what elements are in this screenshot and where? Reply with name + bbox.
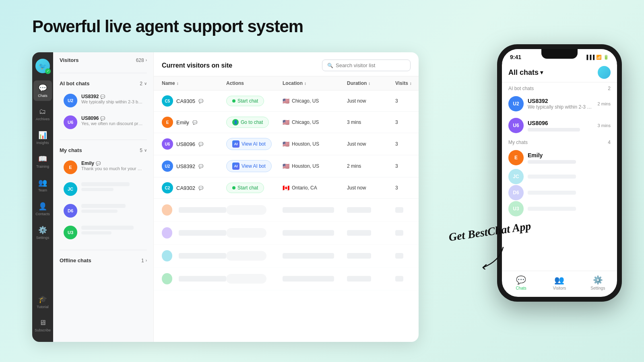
flag-icon: 🇺🇸 xyxy=(283,163,289,169)
view-ai-bot-button[interactable]: AI View AI bot xyxy=(226,160,272,172)
list-item[interactable]: JC xyxy=(60,179,147,199)
blurred-row xyxy=(154,199,419,222)
location-text: Ontario, CA xyxy=(292,185,317,191)
list-item[interactable]: U6 US8096 💬 Yes, we often run discount p… xyxy=(60,112,147,132)
blurred-text xyxy=(81,204,126,208)
phone-chat-name: Emily xyxy=(528,152,611,158)
table-row: U6 US8096 💬 AI View AI bot 🇺🇸 Houston, U… xyxy=(154,133,419,155)
th-visits: Visits ↕ xyxy=(395,80,419,86)
phone-logo-avatar xyxy=(598,66,611,79)
search-input[interactable] xyxy=(336,62,405,68)
th-location: Location ↕ xyxy=(283,80,347,86)
chats-tab-icon: 💬 xyxy=(516,275,526,285)
my-chats-chevron: ∨ xyxy=(144,148,147,152)
list-item[interactable]: D6 xyxy=(60,201,147,221)
signal-icon: ▐▐▐ xyxy=(585,55,594,60)
action-cell: Start chat xyxy=(226,183,283,193)
location-cell: 🇺🇸 Houston, US xyxy=(283,141,347,147)
phone-tab-bar: 💬 Chats 👥 Visitors ⚙️ Settings xyxy=(502,271,617,297)
sidebar-item-insights-label: Insights xyxy=(36,141,49,145)
ai-icon: AI xyxy=(232,140,239,148)
left-panel: Visitors 628 › AI bot chats 2 ∨ U2 xyxy=(53,52,154,342)
ai-bot-section: AI bot chats 2 ∨ U2 US8392 💬 We typicall… xyxy=(53,76,153,137)
chat-name: US8096 💬 xyxy=(81,115,143,121)
avatar: C5 xyxy=(162,95,173,107)
phone-header: All chats ▾ xyxy=(502,63,617,82)
sidebar-item-tutorial[interactable]: 🎓 Tutorial xyxy=(33,292,52,312)
phone-chat-item[interactable]: U6 US8096 3 mins xyxy=(502,115,617,136)
avatar: D6 xyxy=(508,185,524,200)
sidebar-item-subscribe[interactable]: 🖥 Subscribe xyxy=(33,315,52,335)
blurred-text xyxy=(81,188,114,191)
list-item[interactable]: U2 US8392 💬 We typically ship within 2-3… xyxy=(60,90,147,111)
location-cell: 🇺🇸 Chicago, US xyxy=(283,119,347,125)
offline-title: Offline chats xyxy=(60,257,91,263)
avatar: U3 xyxy=(64,226,77,239)
sidebar-item-insights[interactable]: 📊 Insights xyxy=(33,128,52,148)
visitors-section: Visitors 628 › xyxy=(53,52,153,70)
my-chats-count[interactable]: 5 ∨ xyxy=(140,148,147,153)
phone-tab-chats[interactable]: 💬 Chats xyxy=(502,275,540,290)
avatar: JC xyxy=(508,169,524,184)
go-to-chat-button[interactable]: 👤 Go to chat xyxy=(226,117,269,128)
flag-icon: 🇺🇸 xyxy=(283,98,289,104)
phone-tab-settings[interactable]: ⚙️ Settings xyxy=(579,275,617,290)
content-header: Current visitors on site 🔍 xyxy=(154,52,419,76)
visits-cell: 3 xyxy=(395,119,419,125)
blurred-text xyxy=(81,231,111,234)
phone-chat-item[interactable]: E Emily xyxy=(502,147,617,169)
sidebar-item-settings[interactable]: ⚙️ Settings xyxy=(33,222,52,243)
chat-info: Emily 💬 Thank you so much for your purc.… xyxy=(81,160,143,171)
blurred-text xyxy=(528,207,576,211)
message-icon: 💬 xyxy=(192,120,197,125)
sidebar-item-archives[interactable]: 🗂 Archives xyxy=(33,104,52,124)
chat-info xyxy=(81,204,143,213)
status-time: 9:41 xyxy=(510,54,521,60)
list-item[interactable]: U3 xyxy=(60,222,147,243)
subscribe-icon: 🖥 xyxy=(39,319,46,327)
sort-icon: ↕ xyxy=(304,81,306,86)
chat-preview: We typically ship within 2-3 busi... xyxy=(81,99,143,104)
avatar: E xyxy=(508,150,524,165)
chat-info xyxy=(81,226,143,234)
sidebar-item-team[interactable]: 👥 Team xyxy=(33,175,52,195)
chat-info: US8392 💬 We typically ship within 2-3 bu… xyxy=(81,94,143,104)
blurred-row xyxy=(154,245,419,267)
sidebar-logo[interactable]: 🐦 xyxy=(35,59,50,73)
visitor-cell: U6 US8096 💬 xyxy=(162,138,226,150)
person-icon: 👤 xyxy=(232,119,239,125)
phone-tab-visitors[interactable]: 👥 Visitors xyxy=(540,275,578,290)
search-box[interactable]: 🔍 xyxy=(322,60,411,71)
phone-inner: 9:41 ▐▐▐ 📶 🔋 All chats ▾ AI bot chats 2 xyxy=(502,49,617,297)
visitors-count[interactable]: 628 › xyxy=(136,58,147,63)
start-chat-button[interactable]: Start chat xyxy=(226,96,264,106)
message-icon: 💬 xyxy=(100,95,105,99)
blurred-row xyxy=(154,267,419,290)
phone-chat-item[interactable]: U2 US8392 We typically ship within 2-3 b… xyxy=(502,93,617,115)
offline-count[interactable]: 1 › xyxy=(141,258,147,263)
avatar: U6 xyxy=(162,138,173,150)
main-container: 🐦 💬 Chats 🗂 Archives 📊 Insights 📖 Traini… xyxy=(32,52,419,342)
view-ai-bot-button[interactable]: AI View AI bot xyxy=(226,138,272,150)
ai-bot-count[interactable]: 2 ∨ xyxy=(140,81,147,86)
location-text: Chicago, US xyxy=(292,119,319,125)
sidebar-item-training-label: Training xyxy=(36,165,49,169)
sidebar-item-team-label: Team xyxy=(38,188,47,192)
location-text: Houston, US xyxy=(292,163,319,169)
offline-header: Offline chats 1 › xyxy=(60,257,147,263)
sidebar-item-chats[interactable]: 💬 Chats xyxy=(33,80,52,101)
visitors-title: Visitors xyxy=(60,57,78,63)
visits-cell: 3 xyxy=(395,98,419,104)
offline-chats-section: Offline chats 1 › xyxy=(53,253,153,268)
message-icon: 💬 xyxy=(100,116,105,121)
sidebar-item-contacts[interactable]: 👤 Contacts xyxy=(33,199,52,219)
start-chat-button[interactable]: Start chat xyxy=(226,183,264,193)
visitors-header: Visitors 628 › xyxy=(60,57,147,63)
insights-icon: 📊 xyxy=(38,131,47,140)
blurred-text xyxy=(528,128,580,132)
sidebar-item-training[interactable]: 📖 Training xyxy=(33,151,52,172)
list-item[interactable]: E Emily 💬 Thank you so much for your pur… xyxy=(60,157,147,177)
my-chats-section: My chats 5 ∨ E Emily 💬 Thank you so much… xyxy=(53,142,153,247)
page-title: Powerful live agent support system xyxy=(32,17,303,36)
visitors-table: Name ↕ Actions Location ↕ Duration ↕ Vis… xyxy=(154,76,419,342)
